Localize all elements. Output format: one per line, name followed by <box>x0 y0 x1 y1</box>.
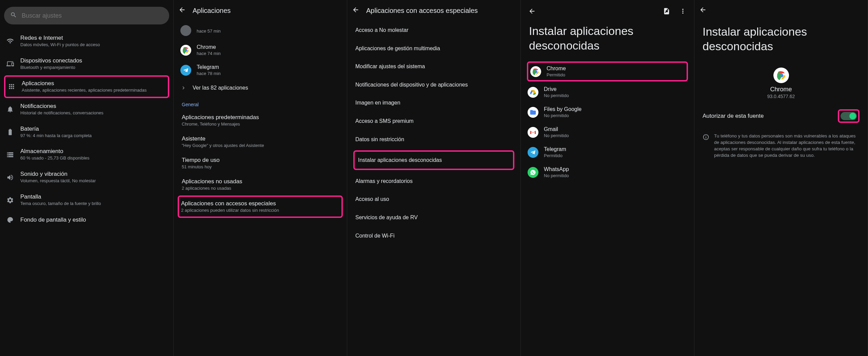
access-usage[interactable]: Acceso al uso <box>347 190 520 208</box>
toggle-label: Autorizar de esta fuente <box>703 113 764 119</box>
wifi-icon <box>6 37 14 45</box>
chrome-icon <box>180 45 191 56</box>
whatsapp-icon <box>528 167 538 178</box>
gear-icon <box>6 196 14 204</box>
settings-item-notifications[interactable]: Notificaciones Historial de notificacion… <box>0 98 173 121</box>
settings-item-wallpaper[interactable]: Fondo de pantalla y estilo <box>0 211 173 228</box>
access-data[interactable]: Datos sin restricción <box>347 130 520 149</box>
settings-item-apps[interactable]: Aplicaciones Asistente, aplicaciones rec… <box>4 75 169 98</box>
svg-point-2 <box>666 11 667 12</box>
app-name: WhatsApp <box>544 166 687 172</box>
settings-item-sound[interactable]: Sonido y vibración Volumen, respuesta tá… <box>0 166 173 189</box>
panel-header: Aplicaciones con accesos especiales <box>347 0 520 21</box>
info-row: Tu teléfono y tus datos personales son m… <box>694 130 868 162</box>
gmail-icon <box>528 127 538 138</box>
info-icon <box>703 134 709 140</box>
search-icon <box>10 12 17 20</box>
back-button[interactable] <box>526 5 538 19</box>
item-sub: 97 %: 4 min hasta la carga completa <box>20 133 167 139</box>
item-sub: 2 aplicaciones no usadas <box>182 186 339 191</box>
item-title: Pantalla <box>20 193 167 200</box>
battery-icon <box>6 128 14 136</box>
app-perm-whatsapp[interactable]: WhatsApp No permitido <box>521 162 694 182</box>
chrome-icon <box>530 66 541 77</box>
settings-list: Redes e Internet Datos móviles, Wi-Fi y … <box>0 28 173 230</box>
recent-app-telegram[interactable]: Telegram hace 78 min <box>174 60 347 80</box>
item-title: Aplicaciones <box>22 80 166 87</box>
more-icon[interactable] <box>676 5 689 19</box>
access-media[interactable]: Aplicaciones de gestión multimedia <box>347 39 520 58</box>
authorize-switch[interactable] <box>841 112 857 120</box>
item-sub: Bluetooth y emparejamiento <box>20 65 167 71</box>
search-input[interactable] <box>22 12 163 19</box>
access-system[interactable]: Modificar ajustes del sistema <box>347 57 520 76</box>
item-title: Tiempo de uso <box>182 157 339 164</box>
access-sms[interactable]: Acceso a SMS premium <box>347 112 520 130</box>
settings-item-display[interactable]: Pantalla Tema oscuro, tamaño de la fuent… <box>0 189 173 211</box>
item-title: Batería <box>20 126 167 132</box>
item-title: Almacenamiento <box>20 148 167 155</box>
app-summary: Chrome 93.0.4577.62 <box>694 61 868 102</box>
recent-app-chrome[interactable]: Chrome hace 74 min <box>174 40 347 60</box>
drive-icon <box>528 87 538 98</box>
access-notifications[interactable]: Notificaciones del dispositivo y de apli… <box>347 76 520 94</box>
settings-item-connected[interactable]: Dispositivos conectados Bluetooth y empa… <box>0 53 173 75</box>
files-icon <box>528 107 538 118</box>
see-all-apps[interactable]: Ver las 82 aplicaciones <box>174 80 347 96</box>
app-sub: Permitido <box>544 153 687 158</box>
item-sub: "Hey Google" y otros ajustes del Asisten… <box>182 143 339 149</box>
search-box[interactable] <box>4 7 169 24</box>
app-perm-gmail[interactable]: Gmail No permitido <box>521 122 694 142</box>
unused-apps[interactable]: Aplicaciones no usadas 2 aplicaciones no… <box>174 174 347 195</box>
back-button[interactable] <box>178 6 186 15</box>
access-alarms[interactable]: Alarmas y recordatorios <box>347 172 520 190</box>
access-wifi[interactable]: Control de Wi-Fi <box>347 227 520 245</box>
default-apps[interactable]: Aplicaciones predeterminadas Chrome, Tel… <box>174 110 347 131</box>
back-button[interactable] <box>699 6 707 15</box>
settings-item-storage[interactable]: Almacenamiento 60 % usado - 25,73 GB dis… <box>0 143 173 166</box>
app-sub: hace 57 min <box>197 29 340 34</box>
bell-icon <box>6 106 14 113</box>
page-title: Instalar aplicaciones desconocidas <box>694 21 868 61</box>
recent-app-row[interactable]: hace 57 min <box>174 21 347 40</box>
access-dnd[interactable]: Acceso a No molestar <box>347 21 520 39</box>
app-name: Telegram <box>544 146 687 152</box>
panel-header: Aplicaciones <box>174 0 347 21</box>
access-vr[interactable]: Servicios de ayuda de RV <box>347 208 520 227</box>
app-name: Chrome <box>197 44 340 50</box>
item-sub: Datos móviles, Wi-Fi y puntos de acceso <box>20 42 167 48</box>
item-title: Aplicaciones con accesos especiales <box>181 200 339 207</box>
palette-icon <box>6 216 14 224</box>
app-name: Files by Google <box>544 106 687 112</box>
app-perm-chrome[interactable]: Chrome Permitido <box>527 61 688 81</box>
app-name: Gmail <box>544 126 687 132</box>
app-name: Drive <box>544 86 687 92</box>
back-button[interactable] <box>352 6 359 15</box>
page-title: Aplicaciones con accesos especiales <box>366 7 478 15</box>
item-sub: Asistente, aplicaciones recientes, aplic… <box>22 88 166 93</box>
item-title: Aplicaciones predeterminadas <box>182 114 339 121</box>
settings-item-network[interactable]: Redes e Internet Datos móviles, Wi-Fi y … <box>0 30 173 53</box>
search-in-page-icon[interactable] <box>660 5 673 19</box>
settings-item-battery[interactable]: Batería 97 %: 4 min hasta la carga compl… <box>0 121 173 144</box>
access-unknown[interactable]: Instalar aplicaciones desconocidas <box>353 150 514 170</box>
settings-main-panel: Redes e Internet Datos móviles, Wi-Fi y … <box>0 0 174 356</box>
app-perm-telegram[interactable]: Telegram Permitido <box>521 142 694 162</box>
special-access[interactable]: Aplicaciones con accesos especiales 2 ap… <box>178 195 343 218</box>
app-perm-files[interactable]: Files by Google No permitido <box>521 102 694 122</box>
item-title: Aplicaciones no usadas <box>182 178 339 185</box>
app-sub: No permitido <box>544 93 687 98</box>
item-title: Notificaciones <box>20 103 167 110</box>
devices-icon <box>6 60 14 68</box>
assistant[interactable]: Asistente "Hey Google" y otros ajustes d… <box>174 131 347 153</box>
telegram-icon <box>180 65 191 76</box>
page-title: Aplicaciones <box>193 7 231 15</box>
app-perm-drive[interactable]: Drive No permitido <box>521 82 694 102</box>
screen-time[interactable]: Tiempo de uso 51 minutos hoy <box>174 153 347 174</box>
item-title: Dispositivos conectados <box>20 57 167 64</box>
item-title: Asistente <box>182 135 339 142</box>
info-text: Tu teléfono y tus datos personales son m… <box>714 133 860 159</box>
page-title: Instalar aplicaciones desconocidas <box>521 20 694 61</box>
access-pip[interactable]: Imagen en imagen <box>347 94 520 112</box>
volume-icon <box>6 174 14 181</box>
